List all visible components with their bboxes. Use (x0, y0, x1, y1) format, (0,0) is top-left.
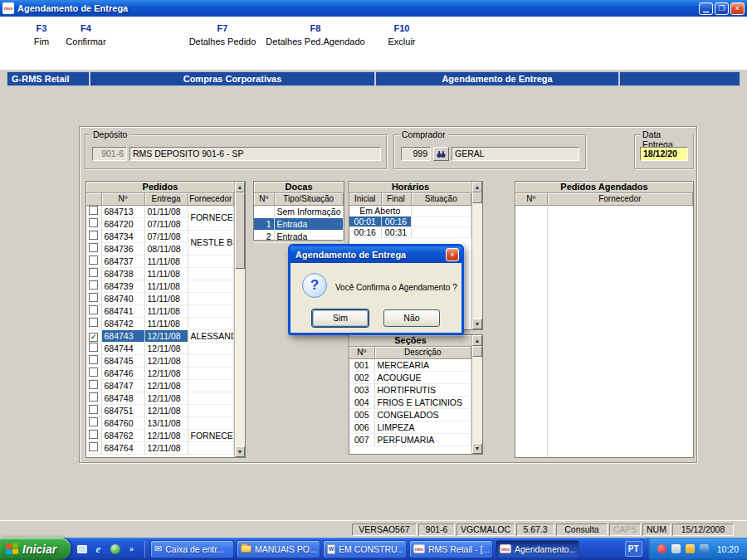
pedido-checkbox[interactable] (89, 343, 98, 352)
pedido-checkbox[interactable] (89, 268, 98, 277)
sim-button[interactable]: Sim (312, 309, 369, 327)
scroll-thumb[interactable] (472, 192, 482, 203)
window-titlebar[interactable]: rms Agendamento de Entrega ▁ ❐ × (0, 0, 747, 17)
tray-icon-4[interactable] (700, 544, 709, 553)
pedido-checkbox[interactable] (89, 243, 98, 252)
pedido-checkbox[interactable]: ✓ (89, 333, 98, 342)
tray-icon-2[interactable] (671, 544, 681, 553)
language-indicator[interactable]: PT (625, 541, 642, 557)
pedido-checkbox[interactable] (89, 218, 98, 227)
pedido-checkbox[interactable] (89, 318, 98, 327)
pedido-row[interactable]: 68474512/11/08 (86, 354, 234, 367)
media-player-icon[interactable] (109, 543, 121, 555)
fkey-f4[interactable]: F4Confirmar (55, 23, 117, 46)
close-button[interactable]: × (730, 2, 745, 15)
pedido-row[interactable]: 68474412/11/08 (86, 342, 234, 354)
start-button[interactable]: Iniciar (0, 538, 71, 560)
pedido-checkbox[interactable] (89, 380, 98, 389)
data-entrega-field[interactable]: 18/12/20 (640, 147, 688, 161)
fkey-f7[interactable]: F7Detalhes Pedido (176, 23, 269, 46)
doca-row[interactable]: 2Entrada (254, 230, 344, 242)
pedidos-scrollbar[interactable]: ▲ ▼ (234, 182, 245, 457)
horarios-scrollbar[interactable]: ▲ ▼ (471, 182, 482, 329)
quick-launch-bar: e » (76, 543, 138, 555)
comprador-code-field[interactable]: 999 (401, 147, 431, 161)
doca-row[interactable]: Sem Informação (254, 205, 344, 217)
pedido-checkbox[interactable] (89, 392, 98, 402)
pedido-checkbox[interactable] (89, 231, 98, 240)
pedido-row[interactable]: 68475112/11/08 (86, 404, 234, 416)
pedido-row[interactable]: 68476412/11/08 (86, 441, 234, 454)
task-button[interactable]: MANUAIS PO... (237, 540, 320, 558)
pedido-row[interactable]: 68474211/11/08 (86, 317, 234, 329)
scroll-up-icon[interactable]: ▲ (472, 182, 482, 192)
horario-row[interactable]: Em Aberto (349, 205, 471, 216)
nao-button[interactable]: Não (383, 309, 440, 327)
secao-row[interactable]: 007PERFUMARIA (349, 433, 471, 446)
internet-explorer-icon[interactable]: e (92, 543, 105, 555)
comprador-name-field: GERAL (452, 147, 579, 161)
chevron-double-icon[interactable]: » (125, 543, 138, 555)
task-button[interactable]: rmsAgendamento... (496, 540, 579, 558)
pedido-checkbox[interactable] (89, 280, 98, 290)
pedido-row[interactable]: 68473711/11/08 (86, 255, 234, 267)
doca-numero (254, 205, 274, 217)
task-button[interactable]: WEM CONSTRU... (323, 540, 407, 558)
pedido-checkbox[interactable] (89, 368, 98, 377)
deposito-code-field[interactable]: 901-6 (92, 147, 127, 161)
secao-descricao: MERCEARIA (374, 358, 471, 371)
pedido-checkbox[interactable] (89, 442, 98, 451)
pedido-checkbox[interactable] (89, 305, 98, 314)
tray-icon-3[interactable] (686, 544, 695, 553)
fkey-f10[interactable]: F10Excluir (377, 23, 427, 46)
pedido-checkbox[interactable] (89, 256, 98, 265)
pedido-checkbox[interactable] (89, 355, 98, 364)
pedido-checkbox[interactable] (89, 206, 98, 215)
horario-row[interactable]: 00:1600:31 (349, 226, 471, 237)
pedido-row[interactable]: 68474712/11/08 (86, 379, 234, 392)
windows-logo-icon (6, 543, 18, 554)
scroll-thumb[interactable] (472, 346, 482, 357)
pedido-checkbox[interactable] (89, 417, 98, 426)
horario-row[interactable]: 00:0100:16 (349, 216, 471, 226)
doca-row[interactable]: 1Entrada (254, 217, 344, 230)
scroll-up-icon[interactable]: ▲ (235, 182, 245, 192)
pedido-row[interactable]: 68474111/11/08 (86, 304, 234, 317)
pedido-row[interactable]: 68473911/11/08 (86, 280, 234, 292)
secao-row[interactable]: 006LIMPEZA (349, 421, 471, 433)
pedido-checkbox[interactable] (89, 405, 98, 414)
task-button[interactable]: rmsRMS Retail - [... (409, 540, 493, 558)
dialog-close-button[interactable]: × (446, 248, 459, 261)
scroll-down-icon[interactable]: ▼ (472, 443, 482, 454)
pedido-row[interactable]: 68473407/11/08NESTLE BRA (86, 230, 234, 242)
secao-row[interactable]: 005CONGELADOS (349, 408, 471, 421)
fkey-f8[interactable]: F8Detalhes Ped.Agendado (266, 23, 365, 46)
task-button[interactable]: ✉Caixa de entr... (150, 540, 234, 558)
pedido-checkbox[interactable] (89, 293, 98, 302)
pedido-row[interactable]: 68474011/11/08 (86, 292, 234, 304)
pedido-entrega: 11/11/08 (144, 317, 188, 329)
pedido-row[interactable]: 68474812/11/08 (86, 392, 234, 404)
maximize-button[interactable]: ❐ (715, 2, 729, 15)
show-desktop-icon[interactable] (76, 543, 88, 555)
scroll-down-icon[interactable]: ▼ (235, 446, 245, 457)
secao-row[interactable]: 004FRIOS E LATICINIOS (349, 396, 471, 408)
pedido-row[interactable]: 68474612/11/08 (86, 367, 234, 379)
tray-icon-1[interactable] (657, 544, 666, 553)
scroll-down-icon[interactable]: ▼ (472, 319, 482, 329)
secao-row[interactable]: 003HORTIFRUTIS (349, 383, 471, 396)
pedido-checkbox[interactable] (89, 430, 98, 439)
agendados-col-numero: Nº (515, 193, 547, 205)
secao-row[interactable]: 002ACOUGUE (349, 371, 471, 383)
pedido-row[interactable]: 68476013/11/08 (86, 416, 234, 429)
scroll-thumb[interactable] (235, 192, 245, 269)
minimize-button[interactable]: ▁ (699, 2, 713, 15)
secao-row[interactable]: 001MERCEARIA (349, 358, 471, 371)
comprador-search-button[interactable] (433, 147, 449, 161)
pedido-row[interactable]: 68476212/11/08FORNECEDC (86, 429, 234, 441)
pedido-row[interactable]: ✓68474312/11/08ALESSANDR (86, 329, 234, 342)
pedido-row[interactable]: 68471301/11/08FORNECEDC (86, 205, 234, 217)
pedido-row[interactable]: 68473811/11/08 (86, 267, 234, 280)
scroll-up-icon[interactable]: ▲ (472, 335, 482, 346)
secoes-scrollbar[interactable]: ▲ ▼ (471, 335, 482, 454)
